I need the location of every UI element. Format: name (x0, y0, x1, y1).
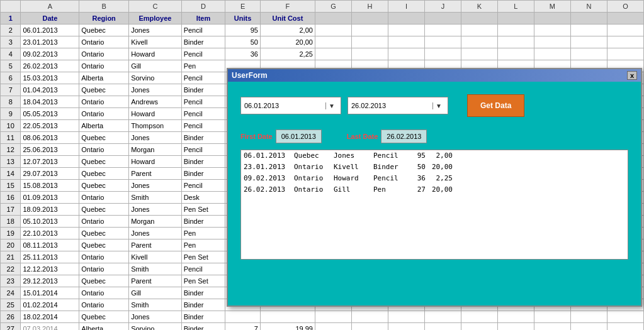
cell-r27-c3[interactable]: Sorvino (129, 323, 182, 331)
cell-r25-c3[interactable]: Smith (129, 299, 182, 311)
cell-r11-c4[interactable]: Binder (181, 132, 225, 144)
date1-combo[interactable]: 06.01.2013 ▼ (240, 97, 341, 114)
cell-r9-c4[interactable]: Pencil (181, 108, 225, 120)
cell-r13-c3[interactable]: Howard (129, 156, 182, 168)
row-num-12[interactable]: 12 (1, 144, 21, 156)
cell-r12-c3[interactable]: Morgan (129, 144, 182, 156)
list-item[interactable]: 23.01.2013OntarioKivellBinder5020,00 (241, 162, 628, 173)
cell-r14-c4[interactable]: Binder (181, 168, 225, 180)
cell-r27-c4[interactable]: Binder (181, 323, 225, 331)
cell-r6-c4[interactable]: Pencil (181, 72, 225, 84)
cell-r21-c1[interactable]: 25.11.2013 (21, 251, 79, 263)
col-header-f[interactable]: F (260, 1, 315, 13)
col-header-j[interactable]: J (424, 1, 461, 13)
row-num-25[interactable]: 25 (1, 299, 21, 311)
cell-r26-c7[interactable] (315, 311, 351, 323)
cell-r2-c6[interactable]: 2,00 (260, 25, 315, 36)
cell-r18-c2[interactable]: Ontario (79, 216, 129, 228)
cell-r20-c3[interactable]: Parent (129, 239, 182, 251)
cell-r26-c4[interactable]: Binder (181, 311, 225, 323)
cell-r4-c8[interactable] (351, 48, 388, 60)
cell-r27-c6[interactable]: 19,99 (260, 323, 315, 331)
row-num-15[interactable]: 15 (1, 180, 21, 192)
cell-r19-c1[interactable]: 22.10.2013 (21, 228, 79, 239)
cell-r3-c6[interactable]: 20,00 (260, 36, 315, 48)
row-num-9[interactable]: 9 (1, 108, 21, 120)
cell-r2-c7[interactable] (315, 25, 351, 36)
cell-r23-c4[interactable]: Pen Set (181, 275, 225, 287)
date2-dropdown-arrow[interactable]: ▼ (432, 102, 444, 109)
cell-r14-c2[interactable]: Quebec (79, 168, 129, 180)
cell-r4-c1[interactable]: 09.02.2013 (21, 48, 79, 60)
cell-r19-c4[interactable]: Pen (181, 228, 225, 239)
cell-r17-c3[interactable]: Jones (129, 204, 182, 216)
date1-dropdown-arrow[interactable]: ▼ (325, 102, 337, 109)
cell-r27-c12[interactable] (497, 323, 534, 331)
cell-r24-c1[interactable]: 15.01.2014 (21, 287, 79, 299)
row-num-22[interactable]: 22 (1, 263, 21, 275)
col-header-k[interactable]: K (461, 1, 497, 13)
list-item[interactable]: 26.02.2013OntarioGillPen2720,00 (241, 184, 628, 195)
cell-r3-c14[interactable] (570, 36, 607, 48)
get-data-button[interactable]: Get Data (467, 94, 524, 117)
list-item[interactable]: 06.01.2013QuebecJonesPencil952,00 (241, 150, 628, 162)
cell-r27-c15[interactable] (607, 323, 643, 331)
cell-r26-c15[interactable] (607, 311, 643, 323)
cell-r7-c3[interactable]: Jones (129, 84, 182, 96)
row-num-11[interactable]: 11 (1, 132, 21, 144)
list-item[interactable]: 09.02.2013OntarioHowardPencil362,25 (241, 173, 628, 184)
cell-r4-c6[interactable]: 2,25 (260, 48, 315, 60)
cell-r17-c1[interactable]: 18.09.2013 (21, 204, 79, 216)
cell-r2-c9[interactable] (388, 25, 424, 36)
row-num-18[interactable]: 18 (1, 216, 21, 228)
cell-r26-c6[interactable] (260, 311, 315, 323)
row-num-10[interactable]: 10 (1, 120, 21, 132)
userform-close-button[interactable]: x (627, 71, 637, 80)
cell-r4-c4[interactable]: Pencil (181, 48, 225, 60)
cell-r26-c1[interactable]: 18.02.2014 (21, 311, 79, 323)
cell-r2-c15[interactable] (607, 25, 643, 36)
cell-r3-c9[interactable] (388, 36, 424, 48)
col-header-m[interactable]: M (534, 1, 570, 13)
cell-r15-c2[interactable]: Quebec (79, 180, 129, 192)
cell-r21-c4[interactable]: Pen Set (181, 251, 225, 263)
cell-r18-c3[interactable]: Morgan (129, 216, 182, 228)
cell-r26-c14[interactable] (570, 311, 607, 323)
cell-r22-c1[interactable]: 12.12.2013 (21, 263, 79, 275)
cell-r8-c1[interactable]: 18.04.2013 (21, 96, 79, 108)
cell-r13-c1[interactable]: 12.07.2013 (21, 156, 79, 168)
cell-r12-c2[interactable]: Ontario (79, 144, 129, 156)
cell-r3-c5[interactable]: 50 (225, 36, 261, 48)
col-header-g[interactable]: G (315, 1, 351, 13)
col-header-o[interactable]: O (607, 1, 643, 13)
cell-r27-c8[interactable] (351, 323, 388, 331)
cell-r15-c1[interactable]: 15.08.2013 (21, 180, 79, 192)
cell-r27-c13[interactable] (534, 323, 570, 331)
cell-r17-c2[interactable]: Quebec (79, 204, 129, 216)
cell-r3-c15[interactable] (607, 36, 643, 48)
cell-r26-c13[interactable] (534, 311, 570, 323)
row-num-19[interactable]: 19 (1, 228, 21, 239)
cell-r11-c2[interactable]: Quebec (79, 132, 129, 144)
cell-r2-c8[interactable] (351, 25, 388, 36)
cell-r13-c2[interactable]: Quebec (79, 156, 129, 168)
cell-r27-c14[interactable] (570, 323, 607, 331)
cell-r24-c3[interactable]: Gill (129, 287, 182, 299)
cell-r17-c4[interactable]: Pen Set (181, 204, 225, 216)
row-num-8[interactable]: 8 (1, 96, 21, 108)
cell-r3-c10[interactable] (424, 36, 461, 48)
col-header-d[interactable]: D (181, 1, 225, 13)
row-num-21[interactable]: 21 (1, 251, 21, 263)
cell-r22-c2[interactable]: Ontario (79, 263, 129, 275)
cell-r27-c9[interactable] (388, 323, 424, 331)
cell-r4-c9[interactable] (388, 48, 424, 60)
cell-r4-c5[interactable]: 36 (225, 48, 261, 60)
cell-r7-c2[interactable]: Quebec (79, 84, 129, 96)
cell-r2-c10[interactable] (424, 25, 461, 36)
cell-r3-c3[interactable]: Kivell (129, 36, 182, 48)
row-num-24[interactable]: 24 (1, 287, 21, 299)
cell-r4-c7[interactable] (315, 48, 351, 60)
cell-r21-c2[interactable]: Ontario (79, 251, 129, 263)
row-num-20[interactable]: 20 (1, 239, 21, 251)
cell-r19-c3[interactable]: Jones (129, 228, 182, 239)
